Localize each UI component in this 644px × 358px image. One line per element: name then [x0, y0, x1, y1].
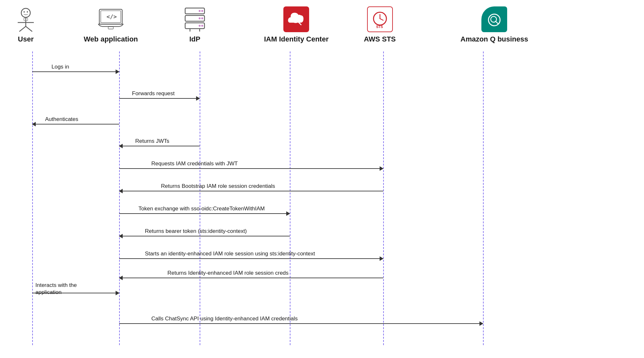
svg-point-5: [24, 11, 25, 13]
lifeline-amazonq: [483, 51, 484, 345]
label-returns-jwts: Returns JWTs: [135, 138, 169, 144]
actor-user: User: [13, 6, 39, 44]
iam-label: IAM Identity Center: [264, 35, 328, 44]
arrow-forwards-request: Forwards request: [119, 98, 200, 99]
svg-text:</>: </>: [107, 14, 117, 20]
svg-line-33: [496, 21, 498, 24]
arrow-interacts: Interacts with theapplication: [32, 293, 119, 293]
arrow-authenticates: Authenticates: [32, 124, 119, 124]
idp-label: IdP: [189, 35, 200, 44]
svg-point-26: [294, 17, 296, 20]
amazonq-icon: [481, 6, 507, 32]
arrow-requests-iam-creds: Requests IAM credentials with JWT: [119, 168, 383, 169]
webapp-icon: </>: [98, 6, 124, 32]
sts-icon: STS: [367, 6, 393, 32]
label-returns-identity-creds: Returns Identity-enhanced IAM role sessi…: [167, 270, 289, 276]
arrow-calls-chatsync: Calls ChatSync API using Identity-enhanc…: [119, 323, 483, 324]
label-authenticates: Authenticates: [45, 116, 78, 123]
actor-amazonq: Amazon Q business: [460, 6, 528, 44]
svg-rect-12: [108, 27, 113, 29]
arrow-returns-jwts: Returns JWTs: [119, 146, 200, 146]
svg-point-15: [199, 10, 201, 12]
svg-line-3: [19, 26, 26, 32]
lifeline-webapp: [119, 51, 120, 345]
arrow-starts-identity: Starts an identity-enhanced IAM role ses…: [119, 258, 383, 259]
label-starts-identity: Starts an identity-enhanced IAM role ses…: [145, 251, 315, 257]
svg-line-4: [26, 26, 32, 32]
label-forwards-request: Forwards request: [132, 90, 175, 97]
svg-point-18: [199, 17, 201, 19]
svg-point-14: [201, 10, 203, 12]
svg-point-17: [201, 17, 203, 19]
arrow-returns-identity-creds: Returns Identity-enhanced IAM role sessi…: [119, 278, 383, 278]
iam-icon: [283, 6, 309, 32]
lifeline-sts: [383, 51, 384, 345]
label-requests-iam-creds: Requests IAM credentials with JWT: [151, 161, 238, 167]
user-icon: [13, 6, 39, 32]
lifeline-iam: [290, 51, 290, 345]
svg-point-8: [25, 19, 26, 20]
label-returns-bootstrap: Returns Bootstrap IAM role session crede…: [161, 183, 275, 189]
label-logs-in: Logs in: [52, 64, 69, 70]
svg-point-20: [201, 25, 203, 27]
arrow-logs-in: Logs in: [32, 71, 119, 72]
svg-text:STS: STS: [376, 25, 383, 29]
label-interacts: Interacts with theapplication: [35, 282, 77, 296]
arrow-returns-bearer: Returns bearer token (sts:identity-conte…: [119, 236, 290, 236]
webapp-label: Web application: [84, 35, 138, 44]
svg-line-29: [380, 19, 383, 20]
lifeline-user: [32, 51, 33, 345]
amazonq-label: Amazon Q business: [460, 35, 528, 44]
label-token-exchange: Token exchange with sso-oidc:CreateToken…: [138, 206, 265, 212]
actor-webapp: </> Web application: [84, 6, 138, 44]
sequence-diagram: User </> Web application: [0, 0, 644, 358]
lifeline-idp: [200, 51, 200, 345]
sts-label: AWS STS: [364, 35, 396, 44]
user-label: User: [18, 35, 34, 44]
idp-icon: [182, 6, 208, 32]
actor-idp: IdP: [182, 6, 208, 44]
arrow-token-exchange: Token exchange with sso-oidc:CreateToken…: [119, 213, 290, 214]
actor-sts: STS AWS STS: [364, 6, 396, 44]
svg-point-6: [27, 11, 28, 13]
arrow-returns-bootstrap: Returns Bootstrap IAM role session crede…: [119, 191, 383, 191]
label-calls-chatsync: Calls ChatSync API using Identity-enhanc…: [151, 316, 298, 322]
svg-point-21: [199, 25, 201, 27]
svg-point-0: [21, 8, 30, 17]
actor-iam: IAM Identity Center: [264, 6, 328, 44]
label-returns-bearer: Returns bearer token (sts:identity-conte…: [145, 228, 247, 234]
